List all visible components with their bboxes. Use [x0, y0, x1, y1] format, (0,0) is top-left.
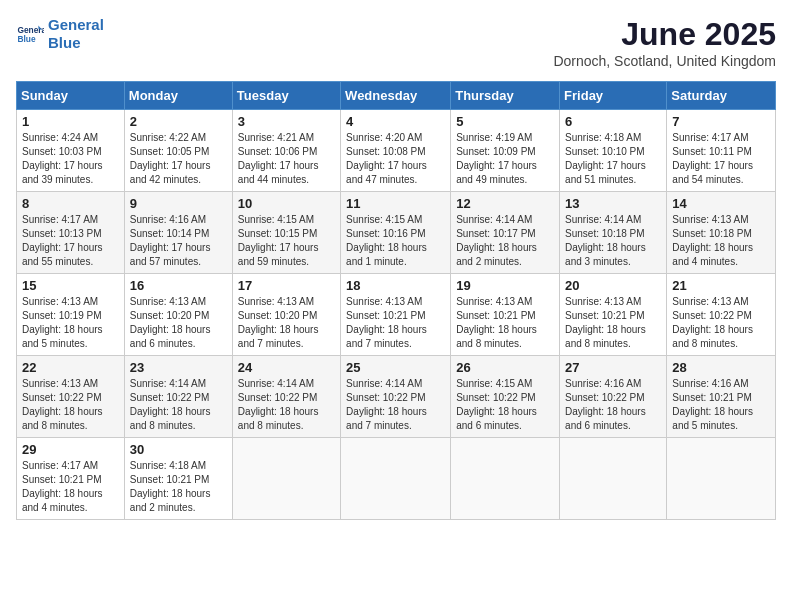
day-number: 13 — [565, 196, 661, 211]
calendar-cell: 27Sunrise: 4:16 AM Sunset: 10:22 PM Dayl… — [560, 356, 667, 438]
day-info: Sunrise: 4:13 AM Sunset: 10:21 PM Daylig… — [346, 295, 445, 351]
day-info: Sunrise: 4:17 AM Sunset: 10:13 PM Daylig… — [22, 213, 119, 269]
calendar-cell: 8Sunrise: 4:17 AM Sunset: 10:13 PM Dayli… — [17, 192, 125, 274]
day-info: Sunrise: 4:13 AM Sunset: 10:20 PM Daylig… — [130, 295, 227, 351]
day-info: Sunrise: 4:17 AM Sunset: 10:11 PM Daylig… — [672, 131, 770, 187]
day-info: Sunrise: 4:18 AM Sunset: 10:10 PM Daylig… — [565, 131, 661, 187]
day-info: Sunrise: 4:18 AM Sunset: 10:21 PM Daylig… — [130, 459, 227, 515]
calendar-cell — [341, 438, 451, 520]
day-number: 4 — [346, 114, 445, 129]
calendar-cell: 29Sunrise: 4:17 AM Sunset: 10:21 PM Dayl… — [17, 438, 125, 520]
day-number: 28 — [672, 360, 770, 375]
day-info: Sunrise: 4:13 AM Sunset: 10:22 PM Daylig… — [672, 295, 770, 351]
calendar-cell: 18Sunrise: 4:13 AM Sunset: 10:21 PM Dayl… — [341, 274, 451, 356]
header-sunday: Sunday — [17, 82, 125, 110]
day-info: Sunrise: 4:17 AM Sunset: 10:21 PM Daylig… — [22, 459, 119, 515]
day-number: 21 — [672, 278, 770, 293]
calendar-cell: 16Sunrise: 4:13 AM Sunset: 10:20 PM Dayl… — [124, 274, 232, 356]
header-saturday: Saturday — [667, 82, 776, 110]
day-info: Sunrise: 4:14 AM Sunset: 10:17 PM Daylig… — [456, 213, 554, 269]
header-thursday: Thursday — [451, 82, 560, 110]
calendar-cell: 13Sunrise: 4:14 AM Sunset: 10:18 PM Dayl… — [560, 192, 667, 274]
day-number: 30 — [130, 442, 227, 457]
calendar-cell: 19Sunrise: 4:13 AM Sunset: 10:21 PM Dayl… — [451, 274, 560, 356]
day-info: Sunrise: 4:20 AM Sunset: 10:08 PM Daylig… — [346, 131, 445, 187]
calendar-cell: 7Sunrise: 4:17 AM Sunset: 10:11 PM Dayli… — [667, 110, 776, 192]
calendar-cell: 21Sunrise: 4:13 AM Sunset: 10:22 PM Dayl… — [667, 274, 776, 356]
day-number: 7 — [672, 114, 770, 129]
day-info: Sunrise: 4:19 AM Sunset: 10:09 PM Daylig… — [456, 131, 554, 187]
calendar-cell: 4Sunrise: 4:20 AM Sunset: 10:08 PM Dayli… — [341, 110, 451, 192]
calendar-cell: 11Sunrise: 4:15 AM Sunset: 10:16 PM Dayl… — [341, 192, 451, 274]
calendar-cell — [451, 438, 560, 520]
day-number: 16 — [130, 278, 227, 293]
day-number: 25 — [346, 360, 445, 375]
page-header: General Blue General Blue June 2025 Dorn… — [16, 16, 776, 69]
day-info: Sunrise: 4:13 AM Sunset: 10:18 PM Daylig… — [672, 213, 770, 269]
day-number: 29 — [22, 442, 119, 457]
calendar-table: SundayMondayTuesdayWednesdayThursdayFrid… — [16, 81, 776, 520]
calendar-cell: 3Sunrise: 4:21 AM Sunset: 10:06 PM Dayli… — [232, 110, 340, 192]
day-info: Sunrise: 4:13 AM Sunset: 10:22 PM Daylig… — [22, 377, 119, 433]
day-info: Sunrise: 4:13 AM Sunset: 10:19 PM Daylig… — [22, 295, 119, 351]
day-info: Sunrise: 4:21 AM Sunset: 10:06 PM Daylig… — [238, 131, 335, 187]
week-row-1: 1Sunrise: 4:24 AM Sunset: 10:03 PM Dayli… — [17, 110, 776, 192]
calendar-title: June 2025 — [553, 16, 776, 53]
day-info: Sunrise: 4:14 AM Sunset: 10:22 PM Daylig… — [238, 377, 335, 433]
calendar-cell: 28Sunrise: 4:16 AM Sunset: 10:21 PM Dayl… — [667, 356, 776, 438]
day-number: 8 — [22, 196, 119, 211]
week-row-3: 15Sunrise: 4:13 AM Sunset: 10:19 PM Dayl… — [17, 274, 776, 356]
day-number: 6 — [565, 114, 661, 129]
calendar-cell: 24Sunrise: 4:14 AM Sunset: 10:22 PM Dayl… — [232, 356, 340, 438]
day-info: Sunrise: 4:15 AM Sunset: 10:22 PM Daylig… — [456, 377, 554, 433]
calendar-cell: 22Sunrise: 4:13 AM Sunset: 10:22 PM Dayl… — [17, 356, 125, 438]
day-number: 27 — [565, 360, 661, 375]
calendar-cell: 26Sunrise: 4:15 AM Sunset: 10:22 PM Dayl… — [451, 356, 560, 438]
calendar-cell — [667, 438, 776, 520]
calendar-cell: 9Sunrise: 4:16 AM Sunset: 10:14 PM Dayli… — [124, 192, 232, 274]
day-info: Sunrise: 4:13 AM Sunset: 10:20 PM Daylig… — [238, 295, 335, 351]
calendar-cell: 10Sunrise: 4:15 AM Sunset: 10:15 PM Dayl… — [232, 192, 340, 274]
calendar-cell: 20Sunrise: 4:13 AM Sunset: 10:21 PM Dayl… — [560, 274, 667, 356]
header-wednesday: Wednesday — [341, 82, 451, 110]
day-number: 17 — [238, 278, 335, 293]
day-info: Sunrise: 4:15 AM Sunset: 10:16 PM Daylig… — [346, 213, 445, 269]
calendar-cell: 6Sunrise: 4:18 AM Sunset: 10:10 PM Dayli… — [560, 110, 667, 192]
calendar-cell: 2Sunrise: 4:22 AM Sunset: 10:05 PM Dayli… — [124, 110, 232, 192]
day-info: Sunrise: 4:14 AM Sunset: 10:22 PM Daylig… — [130, 377, 227, 433]
day-number: 1 — [22, 114, 119, 129]
calendar-cell — [560, 438, 667, 520]
day-number: 2 — [130, 114, 227, 129]
calendar-cell: 17Sunrise: 4:13 AM Sunset: 10:20 PM Dayl… — [232, 274, 340, 356]
day-number: 19 — [456, 278, 554, 293]
svg-text:Blue: Blue — [17, 34, 35, 44]
day-info: Sunrise: 4:22 AM Sunset: 10:05 PM Daylig… — [130, 131, 227, 187]
calendar-subtitle: Dornoch, Scotland, United Kingdom — [553, 53, 776, 69]
day-number: 14 — [672, 196, 770, 211]
header-tuesday: Tuesday — [232, 82, 340, 110]
calendar-body: 1Sunrise: 4:24 AM Sunset: 10:03 PM Dayli… — [17, 110, 776, 520]
day-info: Sunrise: 4:16 AM Sunset: 10:22 PM Daylig… — [565, 377, 661, 433]
day-number: 9 — [130, 196, 227, 211]
calendar-cell: 30Sunrise: 4:18 AM Sunset: 10:21 PM Dayl… — [124, 438, 232, 520]
day-number: 3 — [238, 114, 335, 129]
title-block: June 2025 Dornoch, Scotland, United King… — [553, 16, 776, 69]
day-number: 22 — [22, 360, 119, 375]
logo: General Blue General Blue — [16, 16, 104, 52]
day-number: 11 — [346, 196, 445, 211]
day-number: 26 — [456, 360, 554, 375]
day-info: Sunrise: 4:16 AM Sunset: 10:14 PM Daylig… — [130, 213, 227, 269]
day-number: 5 — [456, 114, 554, 129]
day-info: Sunrise: 4:13 AM Sunset: 10:21 PM Daylig… — [456, 295, 554, 351]
calendar-cell: 1Sunrise: 4:24 AM Sunset: 10:03 PM Dayli… — [17, 110, 125, 192]
calendar-cell: 25Sunrise: 4:14 AM Sunset: 10:22 PM Dayl… — [341, 356, 451, 438]
logo-text-line1: General — [48, 16, 104, 34]
day-number: 12 — [456, 196, 554, 211]
day-info: Sunrise: 4:13 AM Sunset: 10:21 PM Daylig… — [565, 295, 661, 351]
calendar-cell — [232, 438, 340, 520]
calendar-cell: 14Sunrise: 4:13 AM Sunset: 10:18 PM Dayl… — [667, 192, 776, 274]
day-info: Sunrise: 4:24 AM Sunset: 10:03 PM Daylig… — [22, 131, 119, 187]
calendar-header-row: SundayMondayTuesdayWednesdayThursdayFrid… — [17, 82, 776, 110]
day-number: 23 — [130, 360, 227, 375]
week-row-5: 29Sunrise: 4:17 AM Sunset: 10:21 PM Dayl… — [17, 438, 776, 520]
